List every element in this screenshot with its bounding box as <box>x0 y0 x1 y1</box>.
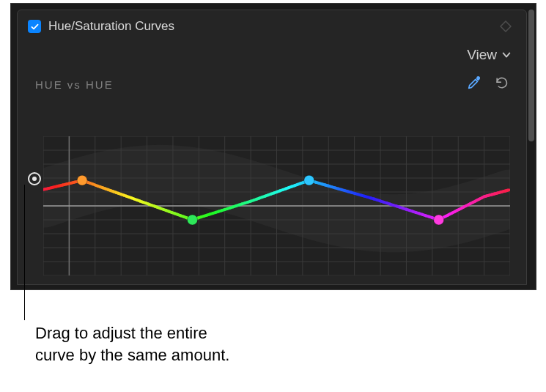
view-row: View <box>18 42 526 67</box>
master-curve-handle[interactable] <box>28 172 41 185</box>
callout-line-2: curve by the same amount. <box>35 344 229 366</box>
svg-point-212 <box>77 175 87 185</box>
hue-vs-hue-graph[interactable] <box>43 136 510 275</box>
panel-header: Hue/Saturation Curves <box>18 10 526 42</box>
callout-line-1: Drag to adjust the entire <box>35 322 229 344</box>
view-menu-button[interactable]: View <box>467 47 512 63</box>
panel-title: Hue/Saturation Curves <box>48 19 492 34</box>
svg-point-213 <box>188 215 198 225</box>
view-menu-label: View <box>467 47 497 63</box>
curve-label: HUE vs HUE <box>35 78 114 91</box>
eyedropper-icon[interactable] <box>466 75 482 94</box>
scrollbar[interactable] <box>528 10 534 141</box>
curve-subheader: HUE vs HUE <box>18 67 526 97</box>
callout-line <box>24 185 25 320</box>
hue-saturation-curves-panel: Hue/Saturation Curves View HUE vs HUE <box>17 10 527 285</box>
keyframe-icon[interactable] <box>500 21 512 32</box>
curve-canvas[interactable] <box>43 136 510 275</box>
chevron-down-icon <box>501 50 512 60</box>
svg-point-214 <box>304 175 314 185</box>
enable-checkbox[interactable] <box>28 20 41 33</box>
reset-icon[interactable] <box>494 75 509 93</box>
callout-text: Drag to adjust the entire curve by the s… <box>35 322 229 366</box>
curve-tools <box>466 75 509 94</box>
svg-point-215 <box>434 215 444 225</box>
inspector-panel: Hue/Saturation Curves View HUE vs HUE <box>10 3 536 290</box>
